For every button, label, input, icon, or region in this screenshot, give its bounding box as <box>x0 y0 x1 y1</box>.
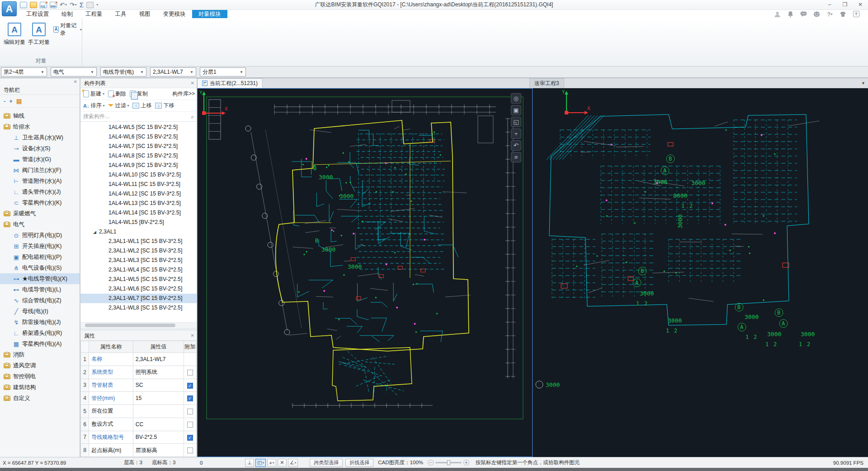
app-logo-icon[interactable]: A <box>2 1 17 16</box>
property-value-cell[interactable] <box>133 405 184 418</box>
open-file-button[interactable] <box>30 1 37 9</box>
floor-select[interactable]: 第2~4层▼ <box>1 67 47 76</box>
nav-item-K[interactable]: ⊂零星构件(水)(K) <box>0 197 80 208</box>
nav-item-S[interactable]: ⋔电气设备(电)(S) <box>0 262 80 273</box>
layers-icon[interactable]: ≡ <box>511 152 521 162</box>
component-panel-close-icon[interactable]: ✕ <box>191 78 194 88</box>
upgrade-icon[interactable] <box>852 11 860 18</box>
edit-list-icon[interactable]: ▤ <box>16 98 22 105</box>
layer-select[interactable]: 分层1▼ <box>200 67 246 76</box>
component-list-item[interactable]: 2,3AL1-WL4 [SC 15 BV-2*2.5] <box>80 265 197 275</box>
nav-group-[interactable]: +采暖燃气 <box>0 208 80 219</box>
nav-group-[interactable]: +消防 <box>0 349 80 360</box>
nav-group-[interactable]: −给排水 <box>0 121 80 132</box>
nav-item-D[interactable]: ⊙照明灯具(电)(D) <box>0 230 80 241</box>
polyline-select-button[interactable]: 折线选择 <box>345 459 373 467</box>
property-value-cell[interactable]: CC <box>133 418 184 431</box>
nav-item-P[interactable]: ▣配电箱柜(电)(P) <box>0 252 80 262</box>
nav-group-[interactable]: +建筑结构 <box>0 382 80 393</box>
minimize-button[interactable]: – <box>822 0 837 10</box>
checkbox-unchecked-icon[interactable] <box>187 447 193 453</box>
nav-item-★X[interactable]: ⊶★电线导管(电)(X) <box>0 273 80 284</box>
component-list-item[interactable]: 1AL4-WL6 [SC 15 BV-2*2.5] <box>80 132 197 142</box>
new-component-button[interactable]: 新建▾ <box>82 90 105 98</box>
menu-tab-1[interactable]: 工程设置 <box>20 10 55 18</box>
duiliang-record-button[interactable]: A 对量记录▾ <box>53 22 82 37</box>
nav-item-A[interactable]: ▦零星构件(电)(A) <box>0 338 80 349</box>
component-select[interactable]: 2,3AL1-WL7▼ <box>150 67 196 76</box>
sort-button[interactable]: A↓排序▾ <box>82 102 105 109</box>
restore-button[interactable]: ❐ <box>837 0 853 10</box>
angle-icon[interactable]: ∠▾ <box>288 459 298 467</box>
menu-tab-4[interactable]: 工具 <box>109 10 133 18</box>
nav-item-A[interactable]: ⊢管道附件(水)(A) <box>0 176 80 186</box>
component-list-item[interactable]: 1AL4-WL11 [SC 15 BV-3*2.5] <box>80 180 197 189</box>
menu-tab-3[interactable]: 工程量 <box>79 10 109 18</box>
nav-panel-close-icon[interactable]: ✕ <box>74 79 77 84</box>
cad-brightness-slider[interactable]: − + <box>428 460 469 466</box>
component-list-item[interactable]: 1AL4-WL15 [BV-2*2.5] <box>80 218 197 227</box>
brightness-minus-icon[interactable]: − <box>428 460 434 466</box>
nav-group-[interactable]: −电气 <box>0 219 80 230</box>
menu-tab-2[interactable]: 绘制 <box>55 10 79 18</box>
summary-button[interactable]: Σ <box>80 1 84 9</box>
component-list-item[interactable]: 2,3AL1-WL8 [SC 15 BV-2*2.5] <box>80 303 197 313</box>
nav-item-W[interactable]: ⊥卫生器具(水)(W) <box>0 132 80 143</box>
property-value-cell[interactable]: BV-2*2.5 <box>133 431 184 444</box>
property-value-cell[interactable]: 照明系统 <box>133 366 184 379</box>
nav-group-[interactable]: +轴线 <box>0 110 80 121</box>
checkbox-unchecked-icon[interactable] <box>187 370 193 376</box>
checkbox-checked-icon[interactable]: ✓ <box>187 435 193 441</box>
customize-toolbar-button[interactable]: ▾ <box>96 1 98 9</box>
delete-component-button[interactable]: 删除 <box>107 90 127 98</box>
nav-item-I[interactable]: ╱母线(电)(I) <box>0 306 80 317</box>
nav-item-F[interactable]: ⋈阀门法兰(水)(F) <box>0 165 80 176</box>
nav-item-J[interactable]: ↯防雷接地(电)(J) <box>0 317 80 328</box>
move-down-button[interactable]: ↓下移 <box>154 102 175 109</box>
viewport-current-project[interactable]: B30003000B30003000 ◎▣◱+↶≡ Y X <box>197 88 533 457</box>
brightness-plus-icon[interactable]: + <box>463 460 469 466</box>
help-icon[interactable]: ?▾ <box>826 11 834 18</box>
menu-tab-5[interactable]: 视图 <box>133 10 157 18</box>
clear-selection-icon[interactable]: ✕ <box>278 459 287 467</box>
checkbox-checked-icon[interactable]: ✓ <box>187 395 193 401</box>
properties-panel-close-icon[interactable]: ✕ <box>191 331 194 341</box>
nav-item-J[interactable]: ∟通头管件(水)(J) <box>0 186 80 197</box>
checkbox-unchecked-icon[interactable] <box>187 422 193 428</box>
component-list-item[interactable]: 1AL4-WL10 [SC 15 BV-3*2.5] <box>80 170 197 180</box>
user-avatar-icon[interactable] <box>774 11 781 18</box>
close-button[interactable]: ✕ <box>853 0 868 10</box>
edit-duiliang-button[interactable]: A 编辑对量 <box>3 21 26 54</box>
component-list-item[interactable]: 2,3AL1-WL2 [SC 15 BV-3*2.5] <box>80 246 197 256</box>
component-library-link[interactable]: 构件库>> <box>172 90 195 98</box>
snap-settings-icon[interactable]: +▾ <box>267 459 276 467</box>
theme-shirt-icon[interactable] <box>839 11 847 18</box>
import-gqi-button[interactable]: GQ↗ <box>40 1 47 9</box>
nav-group-[interactable]: +通风空调 <box>0 360 80 371</box>
property-value-cell[interactable]: 层顶标高 <box>133 444 184 457</box>
undo-button[interactable]: ↶▾ <box>60 1 67 9</box>
manual-duiliang-button[interactable]: A 手工对量 <box>27 21 51 54</box>
redo-button[interactable]: ↷▾ <box>70 1 77 9</box>
pan-icon[interactable]: + <box>511 128 521 139</box>
collapse-all-icon[interactable]: - <box>4 98 5 105</box>
viewport-review-project[interactable]: BA300030008000123000BA300012300012B3000A… <box>533 88 868 457</box>
nav-group-[interactable]: +智控弱电 <box>0 371 80 382</box>
feedback-chat-icon[interactable] <box>800 11 807 18</box>
tab-current-project[interactable]: 当前工程(2...51231) <box>197 78 263 88</box>
menu-tab-7[interactable]: 对量模块 <box>192 10 227 18</box>
notification-bell-icon[interactable] <box>787 11 794 18</box>
component-group-row[interactable]: ◢2,3AL1 <box>80 227 197 237</box>
mascot-icon[interactable] <box>813 11 821 18</box>
zoom-window-icon[interactable]: ▣ <box>511 105 521 115</box>
import-bim-button[interactable]: BIM↗ <box>50 1 57 9</box>
ortho-icon[interactable]: ⊥ <box>245 459 254 467</box>
component-list-item[interactable]: 1AL4-WL7 [SC 15 BV-2*2.5] <box>80 142 197 151</box>
tab-list-dropdown-icon[interactable]: ▼ <box>861 81 865 86</box>
nav-item-S[interactable]: ⊸设备(水)(S) <box>0 143 80 154</box>
tab-review-project[interactable]: 送审工程3 <box>529 78 564 88</box>
component-list-item[interactable]: 1AL4-WL8 [SC 15 BV-2*2.5] <box>80 151 197 161</box>
component-list-hscrollbar[interactable] <box>80 322 197 328</box>
filter-button[interactable]: 过滤▾ <box>107 102 130 109</box>
copy-component-button[interactable]: 复制 <box>129 90 149 98</box>
